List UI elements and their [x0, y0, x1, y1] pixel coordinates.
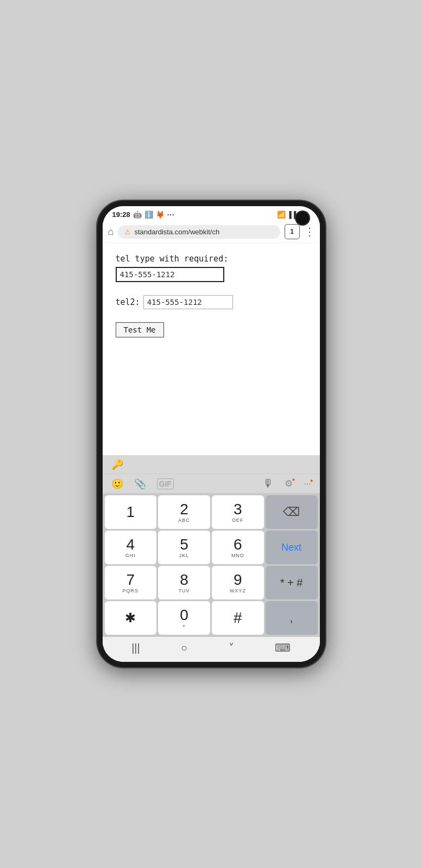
- tel-required-label: tel type with required:: [116, 254, 307, 264]
- key-6[interactable]: 6 MNO: [212, 531, 264, 564]
- android-icon: 🤖: [133, 210, 142, 219]
- next-label: Next: [281, 542, 301, 553]
- url-text: standardista.com/webkit/ch: [134, 228, 219, 236]
- settings-icon[interactable]: ⚙●: [285, 478, 293, 489]
- tel2-input[interactable]: [143, 295, 233, 309]
- key-7[interactable]: 7 PQRS: [105, 566, 157, 599]
- sticker-icon[interactable]: 📎: [134, 478, 146, 490]
- tel-required-section: tel type with required:: [116, 254, 307, 282]
- camera-icon: [295, 210, 310, 226]
- home-button[interactable]: ⌂: [108, 226, 114, 238]
- status-bar: 19:28 🤖 ℹ️ 🦊 ··· 📶 ▌▌ 🔋: [103, 206, 320, 221]
- keyboard-suggestion-row: 🙂 📎 GIF 🎙 ⚙● ···●: [103, 474, 320, 493]
- test-me-button[interactable]: Test Me: [116, 322, 164, 337]
- firefox-icon: 🦊: [156, 210, 165, 219]
- emoji-icon[interactable]: 🙂: [111, 478, 123, 490]
- key-5[interactable]: 5 JKL: [158, 531, 210, 564]
- microphone-icon[interactable]: 🎙: [263, 477, 274, 490]
- browser-bar: ⌂ ⚠ standardista.com/webkit/ch 1 ⋮: [103, 221, 320, 243]
- nav-bar: ||| ○ ˅ ⌨: [103, 637, 320, 662]
- key-1[interactable]: 1: [105, 495, 157, 529]
- web-content: tel type with required: tel2: Test Me: [103, 243, 320, 455]
- key-8[interactable]: 8 TUV: [158, 566, 210, 599]
- tab-count-button[interactable]: 1: [285, 224, 300, 239]
- key-backspace[interactable]: ⌫: [266, 495, 318, 529]
- key-comma[interactable]: ,: [266, 601, 318, 635]
- keyboard-container: 🔑 🙂 📎 GIF 🎙 ⚙● ···● 1 2 ABC: [103, 455, 320, 662]
- tel2-section: tel2:: [116, 295, 307, 309]
- screen: 19:28 🤖 ℹ️ 🦊 ··· 📶 ▌▌ 🔋 ⌂ ⚠ standardista…: [103, 206, 320, 662]
- info-icon: ℹ️: [144, 210, 153, 219]
- test-button-section: Test Me: [116, 322, 307, 337]
- home-nav-button[interactable]: ○: [181, 642, 187, 654]
- key-4[interactable]: 4 GHI: [105, 531, 157, 564]
- status-left: 19:28 🤖 ℹ️ 🦊 ···: [112, 210, 175, 219]
- wifi-icon: 📶: [277, 210, 286, 219]
- key-hash[interactable]: #: [212, 601, 264, 635]
- key-star[interactable]: ✱: [105, 601, 157, 635]
- key-next[interactable]: Next: [266, 531, 318, 564]
- warning-icon: ⚠: [124, 228, 131, 236]
- numpad: 1 2 ABC 3 DEF ⌫ 4 GHI: [103, 493, 320, 637]
- menu-button[interactable]: ⋮: [304, 225, 314, 238]
- key-icon: 🔑: [111, 458, 123, 470]
- keyboard-hide-button[interactable]: ⌨: [275, 641, 291, 654]
- key-2[interactable]: 2 ABC: [158, 495, 210, 529]
- key-special-chars[interactable]: * + #: [266, 566, 318, 599]
- time-display: 19:28: [112, 210, 130, 219]
- more-options-icon[interactable]: ···●: [304, 479, 311, 489]
- key-9[interactable]: 9 WXYZ: [212, 566, 264, 599]
- phone-frame: 19:28 🤖 ℹ️ 🦊 ··· 📶 ▌▌ 🔋 ⌂ ⚠ standardista…: [97, 201, 325, 667]
- key-toolbar: 🔑: [103, 455, 320, 474]
- url-bar[interactable]: ⚠ standardista.com/webkit/ch: [118, 225, 280, 239]
- back-nav-button[interactable]: |||: [131, 642, 140, 654]
- key-3[interactable]: 3 DEF: [212, 495, 264, 529]
- more-icon: ···: [167, 210, 175, 219]
- key-0[interactable]: 0 +: [158, 601, 210, 635]
- recents-nav-button[interactable]: ˅: [229, 641, 234, 654]
- tel-required-input[interactable]: [116, 267, 224, 282]
- gif-icon[interactable]: GIF: [157, 478, 174, 489]
- tel2-label: tel2:: [116, 297, 140, 307]
